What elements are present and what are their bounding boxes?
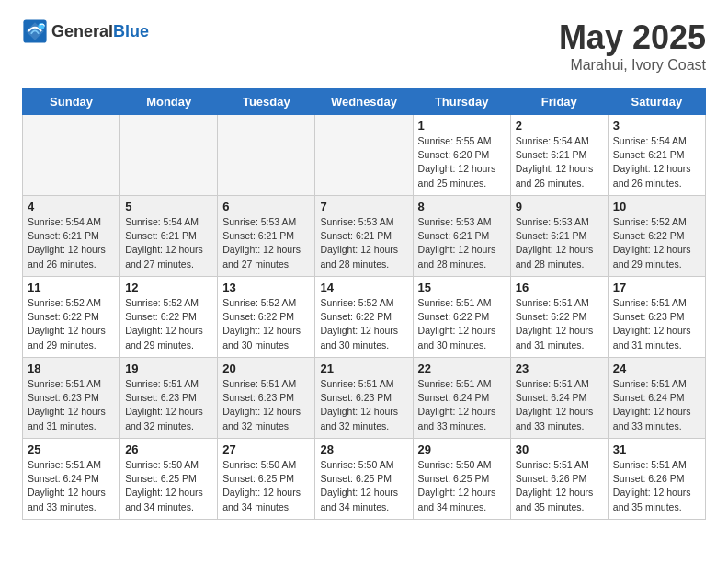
- cal-cell: 25Sunrise: 5:51 AM Sunset: 6:24 PM Dayli…: [23, 439, 120, 520]
- week-row-3: 11Sunrise: 5:52 AM Sunset: 6:22 PM Dayli…: [23, 277, 706, 358]
- cal-cell: 5Sunrise: 5:54 AM Sunset: 6:21 PM Daylig…: [120, 196, 218, 277]
- day-info: Sunrise: 5:51 AM Sunset: 6:22 PM Dayligh…: [516, 296, 603, 352]
- week-row-4: 18Sunrise: 5:51 AM Sunset: 6:23 PM Dayli…: [23, 358, 706, 439]
- day-number: 28: [320, 442, 407, 456]
- day-info: Sunrise: 5:51 AM Sunset: 6:26 PM Dayligh…: [516, 458, 603, 514]
- cal-cell: 15Sunrise: 5:51 AM Sunset: 6:22 PM Dayli…: [413, 277, 510, 358]
- day-number: 26: [125, 442, 212, 456]
- day-info: Sunrise: 5:51 AM Sunset: 6:23 PM Dayligh…: [125, 377, 212, 433]
- day-info: Sunrise: 5:54 AM Sunset: 6:21 PM Dayligh…: [125, 215, 212, 271]
- day-number: 24: [613, 362, 700, 375]
- cal-cell: 10Sunrise: 5:52 AM Sunset: 6:22 PM Dayli…: [608, 196, 705, 277]
- day-number: 11: [28, 281, 115, 294]
- day-info: Sunrise: 5:51 AM Sunset: 6:24 PM Dayligh…: [516, 377, 603, 433]
- day-number: 22: [418, 362, 506, 375]
- day-number: 10: [613, 200, 700, 213]
- day-header-wednesday: Wednesday: [315, 89, 413, 115]
- cal-cell: 16Sunrise: 5:51 AM Sunset: 6:22 PM Dayli…: [510, 277, 608, 358]
- day-info: Sunrise: 5:53 AM Sunset: 6:21 PM Dayligh…: [418, 215, 506, 271]
- week-row-1: 1Sunrise: 5:55 AM Sunset: 6:20 PM Daylig…: [23, 115, 706, 196]
- cal-cell: 7Sunrise: 5:53 AM Sunset: 6:21 PM Daylig…: [315, 196, 413, 277]
- logo-general: General: [51, 22, 113, 40]
- logo-blue: Blue: [113, 22, 149, 40]
- day-header-tuesday: Tuesday: [218, 89, 315, 115]
- cal-cell: 27Sunrise: 5:50 AM Sunset: 6:25 PM Dayli…: [218, 439, 315, 520]
- day-number: 3: [613, 119, 700, 132]
- cal-cell: [120, 115, 218, 196]
- day-header-thursday: Thursday: [413, 89, 510, 115]
- day-number: 15: [418, 281, 506, 294]
- day-number: 23: [516, 362, 603, 375]
- day-number: 5: [125, 200, 212, 213]
- day-header-monday: Monday: [120, 89, 218, 115]
- day-info: Sunrise: 5:54 AM Sunset: 6:21 PM Dayligh…: [516, 134, 603, 190]
- day-number: 2: [516, 119, 603, 132]
- day-info: Sunrise: 5:51 AM Sunset: 6:23 PM Dayligh…: [320, 377, 407, 433]
- day-number: 20: [222, 362, 310, 375]
- day-number: 17: [613, 281, 700, 294]
- day-info: Sunrise: 5:51 AM Sunset: 6:24 PM Dayligh…: [613, 377, 700, 433]
- calendar-page: GeneralBlue May 2025 Marahui, Ivory Coas…: [0, 0, 728, 538]
- cal-cell: 17Sunrise: 5:51 AM Sunset: 6:23 PM Dayli…: [608, 277, 705, 358]
- cal-cell: 26Sunrise: 5:50 AM Sunset: 6:25 PM Dayli…: [120, 439, 218, 520]
- logo-text: GeneralBlue: [51, 23, 149, 40]
- day-info: Sunrise: 5:54 AM Sunset: 6:21 PM Dayligh…: [613, 134, 700, 190]
- logo: GeneralBlue: [22, 18, 149, 44]
- day-info: Sunrise: 5:51 AM Sunset: 6:22 PM Dayligh…: [418, 296, 506, 352]
- cal-cell: 29Sunrise: 5:50 AM Sunset: 6:25 PM Dayli…: [413, 439, 510, 520]
- cal-cell: 9Sunrise: 5:53 AM Sunset: 6:21 PM Daylig…: [510, 196, 608, 277]
- day-number: 16: [516, 281, 603, 294]
- day-info: Sunrise: 5:50 AM Sunset: 6:25 PM Dayligh…: [418, 458, 506, 514]
- cal-cell: 28Sunrise: 5:50 AM Sunset: 6:25 PM Dayli…: [315, 439, 413, 520]
- day-number: 12: [125, 281, 212, 294]
- cal-cell: 12Sunrise: 5:52 AM Sunset: 6:22 PM Dayli…: [120, 277, 218, 358]
- cal-cell: 24Sunrise: 5:51 AM Sunset: 6:24 PM Dayli…: [608, 358, 705, 439]
- cal-cell: 23Sunrise: 5:51 AM Sunset: 6:24 PM Dayli…: [510, 358, 608, 439]
- cal-cell: [218, 115, 315, 196]
- day-header-friday: Friday: [510, 89, 608, 115]
- day-header-saturday: Saturday: [608, 89, 705, 115]
- week-row-2: 4Sunrise: 5:54 AM Sunset: 6:21 PM Daylig…: [23, 196, 706, 277]
- day-number: 13: [222, 281, 310, 294]
- cal-cell: 22Sunrise: 5:51 AM Sunset: 6:24 PM Dayli…: [413, 358, 510, 439]
- calendar-table: SundayMondayTuesdayWednesdayThursdayFrid…: [22, 88, 706, 520]
- day-info: Sunrise: 5:51 AM Sunset: 6:24 PM Dayligh…: [28, 458, 115, 514]
- day-info: Sunrise: 5:52 AM Sunset: 6:22 PM Dayligh…: [320, 296, 407, 352]
- day-info: Sunrise: 5:50 AM Sunset: 6:25 PM Dayligh…: [320, 458, 407, 514]
- day-number: 19: [125, 362, 212, 375]
- header: GeneralBlue May 2025 Marahui, Ivory Coas…: [22, 18, 706, 74]
- day-info: Sunrise: 5:52 AM Sunset: 6:22 PM Dayligh…: [28, 296, 115, 352]
- day-number: 30: [516, 442, 603, 456]
- cal-cell: 3Sunrise: 5:54 AM Sunset: 6:21 PM Daylig…: [608, 115, 705, 196]
- cal-cell: 19Sunrise: 5:51 AM Sunset: 6:23 PM Dayli…: [120, 358, 218, 439]
- day-info: Sunrise: 5:50 AM Sunset: 6:25 PM Dayligh…: [222, 458, 310, 514]
- day-number: 4: [28, 200, 115, 213]
- cal-cell: 2Sunrise: 5:54 AM Sunset: 6:21 PM Daylig…: [510, 115, 608, 196]
- day-number: 9: [516, 200, 603, 213]
- day-info: Sunrise: 5:51 AM Sunset: 6:26 PM Dayligh…: [613, 458, 700, 514]
- day-number: 31: [613, 442, 700, 456]
- day-info: Sunrise: 5:53 AM Sunset: 6:21 PM Dayligh…: [222, 215, 310, 271]
- cal-cell: 4Sunrise: 5:54 AM Sunset: 6:21 PM Daylig…: [23, 196, 120, 277]
- title-block: May 2025 Marahui, Ivory Coast: [559, 18, 706, 74]
- cal-cell: 8Sunrise: 5:53 AM Sunset: 6:21 PM Daylig…: [413, 196, 510, 277]
- day-info: Sunrise: 5:54 AM Sunset: 6:21 PM Dayligh…: [28, 215, 115, 271]
- cal-cell: 6Sunrise: 5:53 AM Sunset: 6:21 PM Daylig…: [218, 196, 315, 277]
- cal-cell: 21Sunrise: 5:51 AM Sunset: 6:23 PM Dayli…: [315, 358, 413, 439]
- day-info: Sunrise: 5:52 AM Sunset: 6:22 PM Dayligh…: [613, 215, 700, 271]
- day-number: 14: [320, 281, 407, 294]
- day-number: 18: [28, 362, 115, 375]
- day-header-row: SundayMondayTuesdayWednesdayThursdayFrid…: [23, 89, 706, 115]
- day-info: Sunrise: 5:53 AM Sunset: 6:21 PM Dayligh…: [320, 215, 407, 271]
- day-info: Sunrise: 5:51 AM Sunset: 6:23 PM Dayligh…: [222, 377, 310, 433]
- cal-cell: 13Sunrise: 5:52 AM Sunset: 6:22 PM Dayli…: [218, 277, 315, 358]
- cal-cell: [23, 115, 120, 196]
- cal-cell: 14Sunrise: 5:52 AM Sunset: 6:22 PM Dayli…: [315, 277, 413, 358]
- cal-cell: 18Sunrise: 5:51 AM Sunset: 6:23 PM Dayli…: [23, 358, 120, 439]
- day-number: 1: [418, 119, 506, 132]
- calendar-subtitle: Marahui, Ivory Coast: [559, 57, 706, 74]
- day-number: 6: [222, 200, 310, 213]
- day-info: Sunrise: 5:51 AM Sunset: 6:23 PM Dayligh…: [613, 296, 700, 352]
- cal-cell: [315, 115, 413, 196]
- calendar-title: May 2025: [559, 18, 706, 57]
